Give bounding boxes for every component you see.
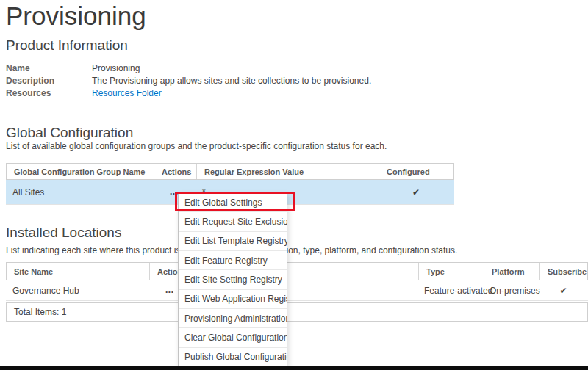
column-header-site-name[interactable]: Site Name: [7, 263, 149, 280]
resources-folder-link[interactable]: Resources Folder: [92, 88, 162, 98]
column-header-actions[interactable]: Actions: [154, 164, 196, 179]
product-name-row: Name Provisioning: [6, 62, 371, 74]
total-items-footer: Total Items: 1: [6, 302, 588, 322]
global-configuration-table-header: Global Configuration Group Name Actions …: [6, 163, 454, 180]
installed-locations-heading: Installed Locations: [6, 225, 121, 241]
product-name-value: Provisioning: [92, 63, 140, 73]
global-configuration-heading: Global Configuration: [6, 125, 133, 141]
product-description-value: The Provisioning app allows sites and si…: [92, 76, 371, 86]
column-header-regex-value[interactable]: Regular Expression Value: [196, 164, 379, 179]
column-header-subscribed[interactable]: Subscribed: [539, 263, 587, 280]
subscribed-check-icon: ✔: [559, 286, 567, 296]
actions-ellipsis-icon[interactable]: •••: [170, 190, 178, 197]
site-name-cell: Governance Hub: [6, 286, 148, 296]
taskbar-edge: [0, 366, 588, 370]
group-name-cell: All Sites: [6, 187, 153, 197]
menu-item-edit-list-template-registry[interactable]: Edit List Template Registry: [179, 232, 287, 251]
column-header-group-name[interactable]: Global Configuration Group Name: [7, 164, 154, 179]
menu-item-edit-global-settings[interactable]: Edit Global Settings: [179, 193, 287, 212]
product-description-label: Description: [6, 76, 92, 86]
page-title: Provisioning: [6, 1, 146, 31]
platform-cell: On-premises: [483, 286, 539, 296]
menu-item-provisioning-administration[interactable]: Provisioning Administration: [179, 309, 287, 328]
menu-item-clear-global-configuration[interactable]: Clear Global Configuration: [179, 328, 287, 347]
column-header-platform[interactable]: Platform: [484, 263, 539, 280]
installed-locations-table: Site Name Actions Type Platform Subscrib…: [6, 262, 588, 301]
configured-check-icon: ✔: [412, 187, 420, 197]
product-resources-row: Resources Resources Folder: [6, 87, 371, 99]
provisioning-page: Provisioning Product Information Name Pr…: [0, 0, 588, 370]
column-header-configured[interactable]: Configured: [379, 164, 453, 179]
column-header-type[interactable]: Type: [418, 263, 484, 280]
product-information-heading: Product Information: [6, 37, 128, 54]
installed-locations-table-header: Site Name Actions Type Platform Subscrib…: [6, 262, 588, 280]
menu-item-edit-feature-registry[interactable]: Edit Feature Registry: [179, 251, 287, 270]
table-row-governance-hub[interactable]: Governance Hub ••• Feature-activated On-…: [6, 280, 588, 301]
menu-item-edit-request-site-exclusions[interactable]: Edit Request Site Exclusions: [179, 212, 287, 231]
product-resources-label: Resources: [6, 88, 92, 98]
menu-item-publish-global-configuration[interactable]: Publish Global Configuration: [179, 348, 287, 366]
menu-item-edit-web-application-registry[interactable]: Edit Web Application Registry: [179, 290, 287, 309]
global-configuration-subtitle: List of available global configuration g…: [6, 141, 387, 151]
actions-context-menu: Edit Global Settings Edit Request Site E…: [178, 192, 287, 367]
product-information-rows: Name Provisioning Description The Provis…: [6, 62, 371, 99]
type-cell: Feature-activated: [417, 286, 483, 296]
product-description-row: Description The Provisioning app allows …: [6, 74, 371, 87]
menu-item-edit-site-setting-registry[interactable]: Edit Site Setting Registry: [179, 270, 287, 289]
actions-ellipsis-icon[interactable]: •••: [165, 289, 173, 295]
product-name-label: Name: [6, 63, 92, 73]
